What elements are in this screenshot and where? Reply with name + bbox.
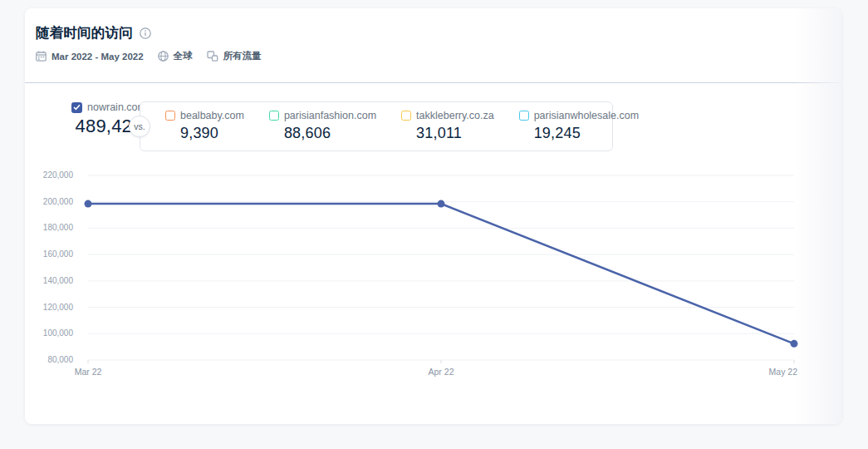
competitor-domain-label: parisianwholesale.com: [534, 110, 639, 121]
date-range-filter: Mar 2022 - May 2022: [36, 51, 144, 62]
comparison-wrap: vs. bealbaby.com 9,390 parisianfashion.c…: [140, 101, 613, 151]
competitor-domain-label: parisianfashion.com: [284, 110, 376, 121]
traffic-label: 所有流量: [223, 50, 262, 62]
region-label: 全球: [174, 50, 193, 62]
competitor-checkbox[interactable]: [519, 111, 529, 121]
svg-text:160,000: 160,000: [43, 249, 74, 259]
page-title: 随着时间的访问: [36, 24, 133, 42]
competitor-item: parisianfashion.com 88,606: [269, 110, 376, 142]
globe-icon: [158, 51, 169, 62]
visits-line-chart: 80,000100,000120,000140,000160,000180,00…: [25, 162, 841, 395]
competitor-checkbox[interactable]: [165, 111, 175, 121]
primary-domain-checkbox[interactable]: [71, 102, 82, 113]
date-range-label: Mar 2022 - May 2022: [51, 52, 144, 62]
svg-text:220,000: 220,000: [43, 170, 74, 180]
competitor-value: 19,245: [534, 125, 639, 142]
primary-domain-label: nowrain.com: [87, 101, 146, 113]
region-filter: 全球: [158, 50, 193, 62]
svg-text:180,000: 180,000: [43, 223, 74, 232]
svg-text:140,000: 140,000: [43, 276, 74, 285]
competitor-item: bealbaby.com 9,390: [165, 110, 244, 142]
competitor-item: parisianwholesale.com 19,245: [519, 110, 639, 142]
svg-text:200,000: 200,000: [43, 197, 74, 206]
info-icon[interactable]: [140, 27, 151, 39]
competitor-value: 9,390: [180, 125, 244, 142]
traffic-filter: 所有流量: [207, 50, 262, 62]
card-header: 随着时间的访问: [25, 8, 841, 83]
vs-badge: vs.: [129, 116, 150, 137]
svg-text:Apr 22: Apr 22: [429, 367, 454, 377]
svg-text:80,000: 80,000: [47, 355, 73, 364]
svg-text:Mar 22: Mar 22: [75, 367, 102, 377]
svg-text:100,000: 100,000: [43, 328, 74, 338]
analytics-page: 随着时间的访问: [0, 0, 868, 449]
filters-row: Mar 2022 - May 2022 全球: [36, 50, 262, 62]
competitor-value: 31,011: [416, 125, 494, 142]
competitor-item: takkleberry.co.za 31,011: [401, 110, 494, 142]
competitor-checkbox[interactable]: [401, 111, 411, 121]
comparison-box: bealbaby.com 9,390 parisianfashion.com 8…: [140, 101, 613, 151]
competitor-domain-label: bealbaby.com: [180, 110, 244, 121]
competitor-value: 88,606: [284, 125, 376, 142]
traffic-channels-icon: [207, 51, 218, 62]
calendar-icon: [36, 51, 47, 62]
visits-over-time-card: 随着时间的访问: [25, 8, 841, 424]
svg-text:May 22: May 22: [769, 367, 798, 377]
competitor-checkbox[interactable]: [269, 111, 279, 121]
competitor-domain-label: takkleberry.co.za: [416, 110, 494, 121]
svg-text:120,000: 120,000: [43, 303, 74, 312]
